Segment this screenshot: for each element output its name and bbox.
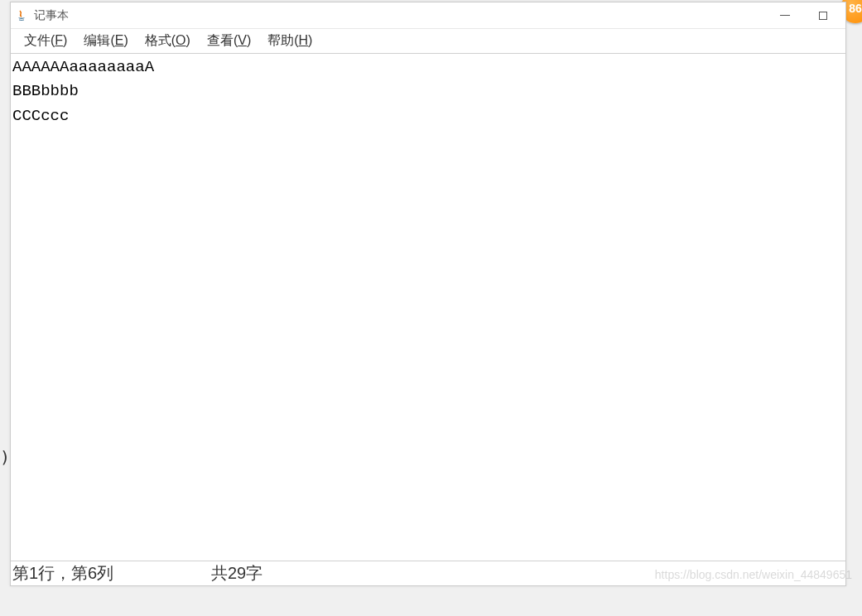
menu-file[interactable]: 文件(F): [16, 29, 75, 53]
menu-file-mnemonic: F: [55, 33, 63, 47]
title-bar[interactable]: 记事本: [11, 2, 845, 29]
menu-edit-label: 编辑: [84, 33, 110, 47]
minimize-icon: [780, 15, 790, 16]
menu-help[interactable]: 帮助(H): [259, 29, 320, 53]
menu-view-mnemonic: V: [238, 33, 247, 47]
maximize-button[interactable]: [804, 3, 842, 28]
menu-view[interactable]: 查看(V): [199, 29, 259, 53]
stray-character: ): [0, 447, 10, 467]
watermark-text: https://blog.csdn.net/weixin_44849651: [655, 568, 852, 581]
menu-file-label: 文件: [24, 33, 51, 47]
menu-format[interactable]: 格式(O): [137, 29, 199, 53]
cursor-position: 第1行，第6列: [12, 562, 211, 585]
menu-edit[interactable]: 编辑(E): [75, 29, 136, 53]
notepad-window: 记事本 文件(F) 编辑(E) 格式(O) 查看(V) 帮助(H) AAAAAA…: [10, 2, 846, 586]
menu-format-mnemonic: O: [176, 33, 185, 47]
menu-help-mnemonic: H: [299, 33, 309, 47]
minimize-button[interactable]: [766, 3, 804, 28]
java-app-icon: [14, 8, 29, 23]
menu-format-label: 格式: [145, 33, 171, 47]
menu-view-label: 查看: [207, 33, 234, 47]
menu-bar: 文件(F) 编辑(E) 格式(O) 查看(V) 帮助(H): [11, 29, 845, 54]
text-editor[interactable]: AAAAAAaaaaaaaaA BBBbbbb CCCccc: [11, 54, 845, 561]
badge-text: 86: [849, 2, 862, 15]
menu-edit-mnemonic: E: [115, 33, 124, 47]
character-count: 共29字: [211, 562, 262, 585]
maximize-icon: [819, 12, 827, 20]
window-controls: [766, 3, 842, 28]
menu-help-label: 帮助: [267, 33, 294, 47]
window-title: 记事本: [34, 8, 766, 23]
